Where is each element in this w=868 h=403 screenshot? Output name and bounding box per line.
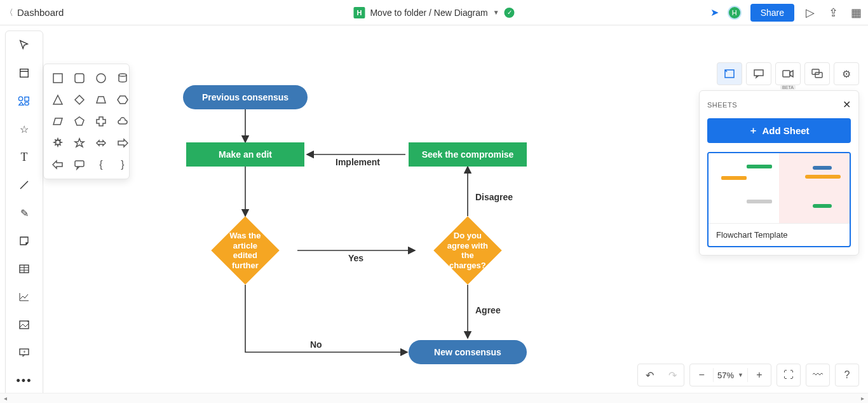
node-label: New consensus <box>434 347 501 358</box>
zoom-value[interactable]: 57% <box>714 371 738 380</box>
horizontal-scrollbar[interactable]: ◂ ▸ <box>0 393 868 403</box>
shapes-tool[interactable] <box>17 93 32 109</box>
node-label: Do you agree with the charges? <box>447 231 488 270</box>
node-previous-consensus[interactable]: Previous consensus <box>183 85 308 109</box>
fit-view-button[interactable]: ⛶ <box>777 364 800 386</box>
star-tool[interactable]: ☆ <box>17 121 32 137</box>
beta-badge: BETA <box>780 85 796 90</box>
present-icon[interactable]: ▷ <box>803 6 817 20</box>
sheet-thumbnail[interactable]: Flowchart Template <box>707 152 851 247</box>
export-icon[interactable]: ⇪ <box>826 6 840 20</box>
svg-rect-26 <box>783 71 790 77</box>
image-tool[interactable]: + <box>17 317 32 332</box>
back-label: Dashboard <box>17 7 64 18</box>
scroll-right-icon[interactable]: ▸ <box>861 395 864 402</box>
node-new-consensus[interactable]: New consensus <box>409 340 527 364</box>
doc-title: Move to folder / New Diagram <box>370 8 487 18</box>
edge-label-yes: Yes <box>348 253 363 263</box>
pen-tool[interactable]: ✎ <box>17 205 32 221</box>
node-label: Seek the compromise <box>422 149 514 160</box>
note-tool[interactable] <box>17 233 32 249</box>
video-toggle[interactable]: BETA <box>775 62 801 85</box>
sheets-panel: SHEETS ✕ ＋ Add Sheet Flowchart Template <box>699 90 859 256</box>
activity-button[interactable]: 〰 <box>806 364 829 386</box>
comment-tool[interactable]: + <box>17 345 32 360</box>
chat-toggle[interactable] <box>804 62 830 85</box>
svg-rect-25 <box>754 70 763 76</box>
header-actions: ➤ H Share ▷ ⇪ ▦ <box>710 4 863 22</box>
comments-toggle[interactable] <box>746 62 771 85</box>
scroll-left-icon[interactable]: ◂ <box>4 395 7 402</box>
node-make-edit[interactable]: Make an edit <box>186 142 304 167</box>
sheets-heading: SHEETS <box>707 101 737 109</box>
workspace: ☆ T ✎ + + ••• { } <box>0 25 868 403</box>
edge-label-no: No <box>310 339 322 350</box>
svg-text:+: + <box>23 349 26 355</box>
sheet-name: Flowchart Template <box>709 223 850 246</box>
line-tool[interactable] <box>17 177 32 193</box>
zoom-out-button[interactable]: − <box>690 364 713 386</box>
node-label: Previous consensus <box>202 92 288 103</box>
edge-label-implement: Implement <box>336 157 380 167</box>
node-label: Was the article edited further <box>229 231 261 270</box>
bottom-bar: ↶ ↷ − 57% ▼ + ⛶ 〰 ? <box>637 364 859 386</box>
text-tool[interactable]: T <box>17 149 32 165</box>
redo-button[interactable]: ↷ <box>661 364 684 386</box>
sheet-preview <box>709 153 850 223</box>
svg-rect-0 <box>20 69 29 78</box>
svg-line-5 <box>20 181 28 189</box>
user-avatar[interactable]: H <box>728 6 742 20</box>
close-icon[interactable]: ✕ <box>843 99 851 111</box>
tool-rail: ☆ T ✎ + + ••• <box>5 31 43 398</box>
svg-point-2 <box>18 97 22 100</box>
top-bar: 〈 Dashboard H Move to folder / New Diagr… <box>0 0 868 25</box>
caret-down-icon: ▼ <box>493 9 499 16</box>
apps-icon[interactable]: ▦ <box>849 6 863 20</box>
back-to-dashboard[interactable]: 〈 Dashboard <box>5 7 64 18</box>
doc-type-badge: H <box>353 7 365 18</box>
chart-tool[interactable] <box>17 289 32 304</box>
multiplayer-cursor-icon[interactable]: ➤ <box>710 6 719 18</box>
node-label: Make an edit <box>219 149 272 160</box>
share-button[interactable]: Share <box>750 4 794 22</box>
node-article-edited[interactable]: Was the article edited further <box>211 216 279 284</box>
settings-toggle[interactable]: ⚙ <box>834 62 859 85</box>
undo-button[interactable]: ↶ <box>638 364 661 386</box>
more-tools[interactable]: ••• <box>17 373 32 388</box>
plus-icon: ＋ <box>749 125 758 137</box>
edge-label-disagree: Disagree <box>475 192 513 202</box>
chevron-left-icon: 〈 <box>5 7 13 18</box>
zoom-in-button[interactable]: + <box>748 364 771 386</box>
node-seek-compromise[interactable]: Seek the compromise <box>409 142 527 167</box>
svg-rect-4 <box>25 102 29 106</box>
add-sheet-label: Add Sheet <box>762 125 809 136</box>
document-title-block[interactable]: H Move to folder / New Diagram ▼ ✓ <box>353 7 514 18</box>
sheets-toggle[interactable] <box>717 62 742 85</box>
table-tool[interactable] <box>17 261 32 277</box>
sync-status-icon: ✓ <box>505 8 515 18</box>
select-tool[interactable] <box>17 38 32 53</box>
zoom-caret-icon[interactable]: ▼ <box>738 372 747 378</box>
svg-rect-3 <box>25 97 29 101</box>
node-agree-charges[interactable]: Do you agree with the charges? <box>433 216 501 284</box>
add-sheet-button[interactable]: ＋ Add Sheet <box>707 118 851 143</box>
edge-label-agree: Agree <box>475 305 501 315</box>
svg-text:+: + <box>27 320 29 324</box>
container-tool[interactable] <box>17 65 32 81</box>
help-button[interactable]: ? <box>836 364 858 386</box>
right-tool-row: BETA ⚙ <box>717 62 859 85</box>
